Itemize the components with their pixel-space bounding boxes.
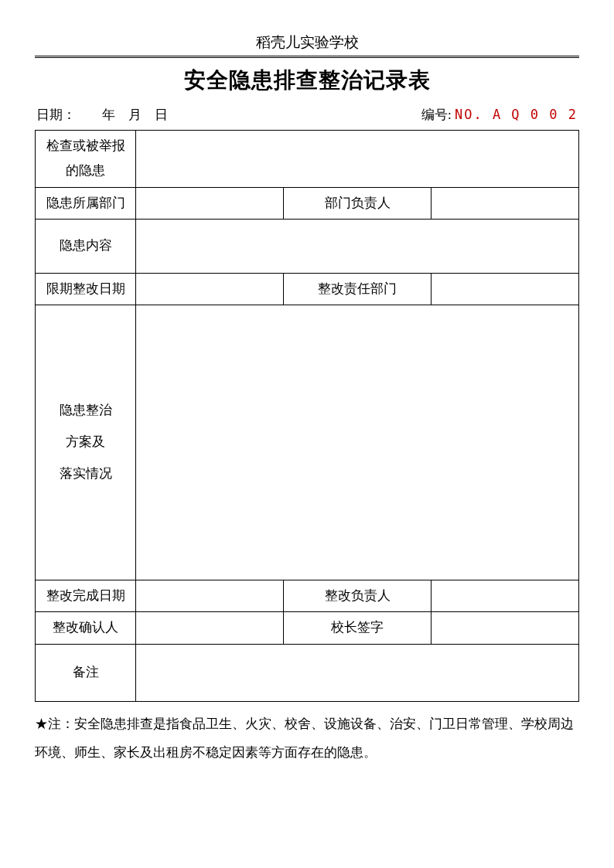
date-label: 日期： 年 月 日 — [36, 106, 168, 124]
row4-value1 — [136, 273, 284, 305]
row6-value1 — [136, 580, 284, 612]
row4-value2 — [432, 273, 579, 305]
serial-number: NO. A Q 0 0 2 — [455, 107, 578, 122]
row8-label: 备注 — [36, 644, 136, 701]
row6-label2: 整改负责人 — [284, 580, 432, 612]
row4-label: 限期整改日期 — [36, 273, 136, 305]
row6-value2 — [432, 580, 579, 612]
row5-label-text: 隐患整治方案及落实情况 — [37, 395, 134, 489]
row8-value — [136, 644, 579, 701]
serial-label: 编号: — [421, 107, 452, 122]
row5-label: 隐患整治方案及落实情况 — [36, 305, 136, 580]
school-name: 稻壳儿实验学校 — [35, 32, 579, 56]
row2-value2 — [432, 187, 579, 219]
page-title: 安全隐患排查整治记录表 — [35, 66, 579, 95]
meta-row: 日期： 年 月 日 编号: NO. A Q 0 0 2 — [35, 106, 579, 124]
row7-label: 整改确认人 — [36, 612, 136, 644]
row5-value — [136, 305, 579, 580]
footnote: ★注：安全隐患排查是指食品卫生、火灾、校舍、设施设备、治安、门卫日常管理、学校周… — [35, 710, 579, 768]
row1-value — [136, 131, 579, 188]
serial-container: 编号: NO. A Q 0 0 2 — [421, 106, 578, 124]
row1-label: 检查或被举报的隐患 — [36, 131, 136, 188]
row7-value1 — [136, 612, 284, 644]
row1-label-text: 检查或被举报的隐患 — [37, 134, 134, 184]
record-table: 检查或被举报的隐患 隐患所属部门 部门负责人 隐患内容 限期整改日期 整改责任部… — [35, 130, 579, 702]
row7-value2 — [432, 612, 579, 644]
row6-label: 整改完成日期 — [36, 580, 136, 612]
row4-label2: 整改责任部门 — [284, 273, 432, 305]
row2-label2: 部门负责人 — [284, 187, 432, 219]
header-divider — [35, 56, 579, 58]
row2-label: 隐患所属部门 — [36, 187, 136, 219]
row2-value1 — [136, 187, 284, 219]
row7-label2: 校长签字 — [284, 612, 432, 644]
row3-label: 隐患内容 — [36, 219, 136, 273]
row3-value — [136, 219, 579, 273]
